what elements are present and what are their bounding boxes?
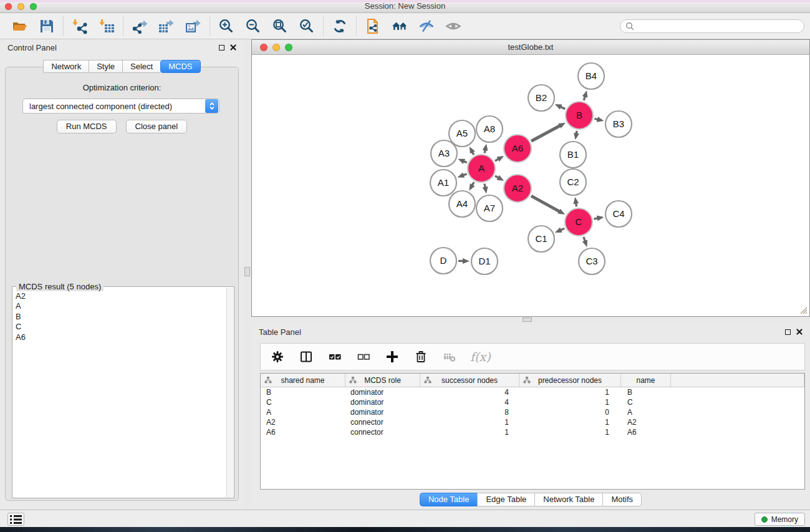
import-network-icon[interactable] [72,18,88,34]
tab-style[interactable]: Style [89,60,122,73]
refresh-layout-icon[interactable] [332,18,348,34]
table-cell[interactable]: A [621,407,671,417]
tab-network[interactable]: Network [43,60,89,73]
table-cell[interactable]: 1 [420,427,519,437]
mcds-list-item[interactable]: A6 [16,332,226,342]
edge-A-A6[interactable] [495,159,499,161]
delete-table-icon[interactable] [441,349,458,365]
zoom-fit-icon[interactable] [272,18,288,34]
edge-A-A1[interactable] [463,174,467,175]
table-cell[interactable]: B [621,387,671,397]
column-header[interactable]: successor nodes [420,374,519,387]
edge-A-A4[interactable] [472,182,474,185]
edge-A-A5[interactable] [473,152,474,155]
edge-C-C1[interactable] [561,228,564,230]
table-cell[interactable]: 1 [519,417,621,427]
network-graph[interactable]: B4B2BB3A8A5A6A3B1AA1C2A2A4A7C4CC1C3DD1 [253,56,809,317]
table-row[interactable]: A6connector11A6 [261,427,804,437]
close-panel-icon[interactable] [796,329,803,335]
show-columns-icon[interactable] [298,349,314,365]
edge-B-B2[interactable] [561,107,565,109]
create-column-plus-icon[interactable] [384,349,400,365]
graph-node-B2[interactable]: B2 [528,85,554,111]
table-row[interactable]: Adominator80A [261,407,804,417]
edge-A2-C[interactable] [531,196,559,211]
graph-node-A6[interactable]: A6 [504,135,531,162]
column-header[interactable]: predecessor nodes [519,374,621,387]
table-cell[interactable]: 1 [420,417,519,427]
table-options-gear-icon[interactable] [269,349,286,365]
run-mcds-button[interactable]: Run MCDS [57,120,117,133]
graph-node-A4[interactable]: A4 [449,191,475,217]
resize-grip-icon[interactable] [799,306,808,315]
minimize-network-button[interactable] [272,44,280,51]
hide-panels-eye-slash-icon[interactable] [418,18,435,34]
zoom-window-button[interactable] [30,3,37,10]
mcds-list-item[interactable]: A2 [16,291,226,301]
vertical-splitter[interactable] [244,39,251,510]
home-icon[interactable] [392,18,408,34]
network-canvas[interactable]: B4B2BB3A8A5A6A3B1AA1C2A2A4A7C4CC1C3DD1 [253,56,809,319]
edge-C-C2[interactable] [576,203,577,207]
edge-B-B3[interactable] [594,118,597,119]
column-header[interactable]: shared name [261,374,345,387]
export-table-icon[interactable] [158,18,175,34]
table-cell[interactable]: A6 [261,427,345,437]
graph-node-A5[interactable]: A5 [449,120,475,147]
table-cell[interactable]: A [261,407,345,417]
table-cell[interactable]: A2 [261,417,345,427]
table-cell[interactable]: 8 [420,407,519,417]
zoom-selected-icon[interactable] [299,18,315,34]
table-row[interactable]: A2connector11A2 [261,417,804,427]
memory-button[interactable]: Memory [755,513,805,526]
edge-C-C4[interactable] [594,218,598,219]
graph-node-A1[interactable]: A1 [430,170,456,196]
open-session-icon[interactable] [12,18,28,34]
task-history-button[interactable] [7,513,24,526]
table-cell[interactable]: connector [345,427,420,437]
table-cell[interactable]: 4 [420,387,519,397]
table-cell[interactable]: connector [345,417,420,427]
import-table-icon[interactable] [99,18,115,34]
table-cell[interactable]: dominator [345,397,420,407]
edge-A-A7[interactable] [485,184,485,188]
table-cell[interactable]: A6 [621,427,671,437]
show-panels-eye-icon[interactable] [445,18,461,34]
float-panel-icon[interactable] [785,329,791,335]
graph-node-C1[interactable]: C1 [528,226,554,252]
search-input[interactable] [637,22,799,31]
unselect-all-columns-icon[interactable] [355,349,372,365]
close-window-button[interactable] [5,3,12,10]
network-from-file-icon[interactable] [365,18,381,34]
edge-B-B1[interactable] [576,131,577,134]
table-cell[interactable]: 4 [420,397,519,407]
edge-A6-B[interactable] [531,126,560,142]
mcds-list-item[interactable]: A [16,301,226,311]
close-panel-icon[interactable] [230,44,236,51]
graph-node-A8[interactable]: A8 [476,116,503,142]
save-session-icon[interactable] [39,18,55,34]
graph-node-C4[interactable]: C4 [605,201,632,227]
tab-mcds[interactable]: MCDS [160,60,200,73]
edge-B-B4[interactable] [584,97,585,101]
graph-node-C3[interactable]: C3 [579,248,605,274]
zoom-network-button[interactable] [285,44,292,51]
close-panel-button[interactable]: Close panel [126,120,188,133]
select-all-columns-icon[interactable] [327,349,343,365]
graph-node-C2[interactable]: C2 [560,169,586,195]
table-cell[interactable]: 1 [519,397,621,407]
export-image-icon[interactable] [185,18,201,34]
edge-C-C3[interactable] [584,237,585,241]
edge-A-A8[interactable] [485,150,485,153]
table-cell[interactable]: dominator [345,407,420,417]
column-header[interactable]: MCDS role [345,374,420,387]
splitter-handle[interactable] [244,267,250,276]
graph-node-B4[interactable]: B4 [578,63,604,89]
table-cell[interactable]: B [261,387,345,397]
minimize-window-button[interactable] [17,3,24,10]
edge-A-A3[interactable] [464,162,467,163]
mcds-list-item[interactable]: C [16,322,226,332]
tab-network-table[interactable]: Network Table [534,493,602,506]
float-panel-icon[interactable] [219,45,224,51]
graph-node-D1[interactable]: D1 [471,248,498,274]
